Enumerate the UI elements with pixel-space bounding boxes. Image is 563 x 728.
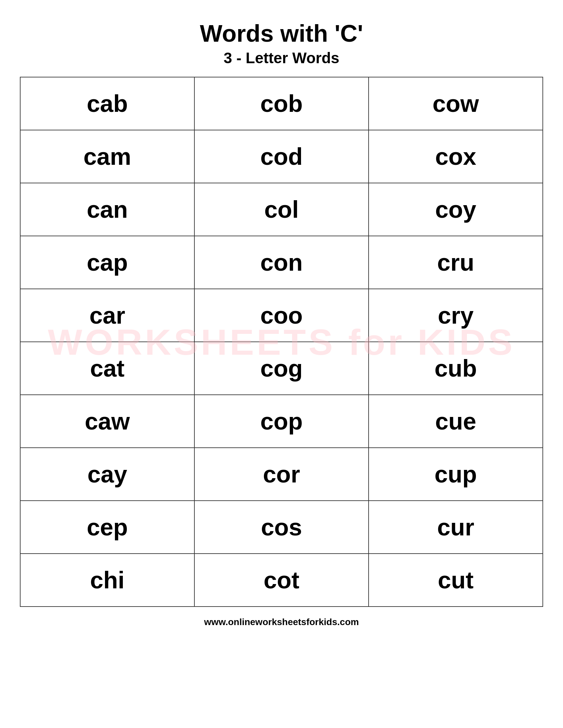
table-row: chicotcut (20, 554, 543, 607)
table-row: cawcopcue (20, 395, 543, 448)
cell-8-0: cep (20, 501, 194, 554)
cell-8-1: cos (194, 501, 369, 554)
cell-6-1: cop (194, 395, 369, 448)
cell-1-0: cam (20, 130, 194, 183)
table-row: cepcoscur (20, 501, 543, 554)
cell-2-0: can (20, 183, 194, 236)
cell-9-2: cut (369, 554, 543, 607)
cell-0-1: cob (194, 77, 369, 130)
cell-5-2: cub (369, 342, 543, 395)
cell-6-0: caw (20, 395, 194, 448)
cell-2-1: col (194, 183, 369, 236)
cell-3-2: cru (369, 236, 543, 289)
cell-7-2: cup (369, 448, 543, 501)
cell-9-0: chi (20, 554, 194, 607)
table-row: capconcru (20, 236, 543, 289)
cell-8-2: cur (369, 501, 543, 554)
table-wrapper: WORKSHEETS for KIDS cabcobcowcamcodcoxca… (20, 77, 543, 607)
table-row: carcoocry (20, 289, 543, 342)
cell-1-1: cod (194, 130, 369, 183)
cell-4-0: car (20, 289, 194, 342)
cell-5-0: cat (20, 342, 194, 395)
page-subtitle: 3 - Letter Words (223, 49, 339, 67)
cell-7-1: cor (194, 448, 369, 501)
table-row: cabcobcow (20, 77, 543, 130)
cell-4-2: cry (369, 289, 543, 342)
table-row: camcodcox (20, 130, 543, 183)
footer-url: www.onlineworksheetsforkids.com (204, 617, 359, 627)
cell-4-1: coo (194, 289, 369, 342)
cell-9-1: cot (194, 554, 369, 607)
cell-3-1: con (194, 236, 369, 289)
table-row: catcogcub (20, 342, 543, 395)
page-title: Words with 'C' (200, 20, 363, 47)
cell-5-1: cog (194, 342, 369, 395)
cell-3-0: cap (20, 236, 194, 289)
cell-7-0: cay (20, 448, 194, 501)
cell-6-2: cue (369, 395, 543, 448)
cell-0-2: cow (369, 77, 543, 130)
cell-1-2: cox (369, 130, 543, 183)
cell-0-0: cab (20, 77, 194, 130)
cell-2-2: coy (369, 183, 543, 236)
table-row: cancolcoy (20, 183, 543, 236)
word-table: cabcobcowcamcodcoxcancolcoycapconcrucarc… (20, 77, 543, 607)
table-row: caycorcup (20, 448, 543, 501)
